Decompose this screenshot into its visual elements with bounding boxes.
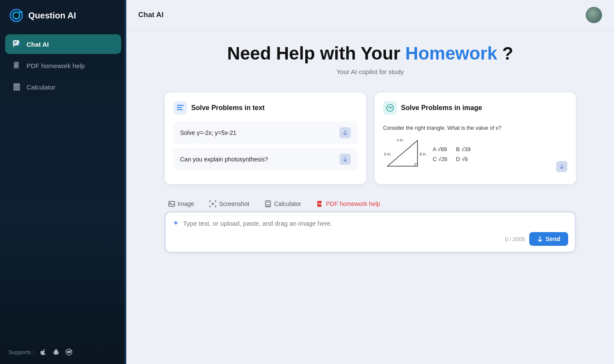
svg-point-40 [266,204,267,205]
image-toolbar-icon [168,200,175,207]
calculator-toolbar-label: Calculator [274,200,301,207]
svg-line-25 [66,350,68,353]
answer-options: A √89 B √39 C √26 D √6 [433,146,471,162]
svg-rect-36 [169,201,175,206]
calculator-toolbar-btn[interactable]: Calculator [261,199,304,209]
sidebar: Question AI Chat AI [0,0,126,364]
text-card-header: Solve Problems in text [173,101,358,115]
chat-input[interactable] [183,220,568,227]
screenshot-toolbar-btn[interactable]: Screenshot [206,199,253,209]
sidebar-item-pdf-label: PDF homework help [27,62,85,69]
send-button[interactable]: Send [529,232,568,246]
image-card-header: Solve Problems in image [383,101,567,115]
svg-rect-11 [14,84,19,86]
char-count: 0 / 2000 [505,236,525,242]
sidebar-item-calculator-label: Calculator [27,84,56,91]
supports-label: Supports : [9,349,34,355]
sidebar-item-calculator[interactable]: Calculator [5,77,121,97]
svg-point-18 [55,352,56,353]
sidebar-item-pdf[interactable]: PDF homework help [5,56,121,75]
hero-title-highlight: Homework [405,43,498,63]
image-send-btn[interactable] [556,161,567,172]
svg-line-20 [53,352,54,354]
sidebar-footer: Supports : [0,340,126,364]
svg-point-19 [57,352,58,353]
svg-point-44 [268,206,268,206]
triangle-question: Consider the right triangle. What is the… [383,125,567,131]
image-card-title: Solve Problems in image [401,104,482,112]
logo-icon [9,8,24,23]
svg-point-43 [266,206,267,206]
svg-rect-27 [177,105,184,106]
svg-point-41 [268,204,268,205]
main-area: Chat AI Need Help with Your Homework ? Y… [126,0,614,364]
image-problems-card: Solve Problems in image Consider the rig… [375,92,576,184]
calculator-toolbar-icon [265,200,271,207]
option-a: A √89 [433,146,448,152]
chat-ai-icon [12,39,21,49]
pdf-toolbar-btn[interactable]: PDF PDF homework help [313,199,384,209]
chat-input-area: ✦ 0 / 2000 Send [165,212,576,253]
input-toolbar: Image Screenshot [165,194,576,212]
example-1-send-btn[interactable] [340,127,351,138]
triangle-svg: x in. 8 in. 5 in. [383,136,426,170]
svg-rect-39 [266,202,270,203]
svg-rect-28 [177,107,182,108]
image-toolbar-btn[interactable]: Image [165,199,198,209]
avatar-image [586,7,602,23]
screenshot-toolbar-icon [209,200,216,207]
text-example-1[interactable]: Solve y=-2x; y=5x-21 [173,122,358,144]
main-content: Need Help with Your Homework ? Your AI c… [126,30,614,364]
send-icon [537,236,543,242]
svg-rect-29 [177,109,183,110]
image-toolbar-label: Image [178,200,194,207]
svg-point-30 [387,104,393,111]
svg-line-21 [59,352,59,354]
example-2-send-btn[interactable] [340,154,351,165]
svg-text:x in.: x in. [396,138,404,142]
svg-rect-32 [415,164,417,166]
android-icon [52,348,60,356]
sparkle-icon: ✦ [173,218,179,228]
app-name: Question AI [28,11,76,21]
text-card-title: Solve Problems in text [191,104,265,112]
chrome-icon [65,348,73,356]
cards-row: Solve Problems in text Solve y=-2x; y=5x… [165,92,576,184]
hero-title: Need Help with Your Homework ? [227,43,513,64]
svg-text:5 in.: 5 in. [384,152,391,156]
sidebar-divider [125,0,126,364]
hero-subtitle: Your AI copilot for study [337,68,404,75]
input-row: ✦ [173,218,568,228]
sidebar-item-chat-ai[interactable]: Chat AI [5,34,121,54]
svg-marker-31 [387,140,417,166]
img-card-content: x in. 8 in. 5 in. A √89 B √39 C √26 D √6 [383,136,567,172]
apple-icon [39,348,48,356]
svg-point-15 [14,89,15,90]
send-label: Send [545,236,560,242]
text-problems-card: Solve Problems in text Solve y=-2x; y=5x… [165,92,366,184]
page-title: Chat AI [138,11,164,19]
pdf-toolbar-icon: PDF [316,200,323,207]
pdf-toolbar-label: PDF homework help [326,200,380,207]
hero-title-suffix: ? [497,43,513,63]
footer-icons [39,348,73,356]
sidebar-item-chat-ai-label: Chat AI [27,41,49,48]
image-card-body: Consider the right triangle. What is the… [383,122,567,176]
svg-point-17 [18,89,19,90]
example-2-text: Can you explain photosynthesis? [180,156,268,163]
svg-point-13 [16,87,17,88]
option-b: B √39 [456,146,471,152]
svg-rect-6 [18,43,21,45]
image-card-icon [383,101,397,115]
screenshot-toolbar-label: Screenshot [219,200,249,207]
svg-point-14 [18,87,19,88]
app-logo: Question AI [0,0,126,31]
text-example-2[interactable]: Can you explain photosynthesis? [173,148,358,170]
svg-point-12 [14,87,15,88]
svg-rect-5 [14,43,16,44]
option-c: C √26 [433,156,448,162]
sidebar-nav: Chat AI PDF homework help [0,31,126,100]
svg-rect-8 [15,65,18,65]
option-d: D √6 [456,156,471,162]
user-avatar[interactable] [586,7,602,23]
